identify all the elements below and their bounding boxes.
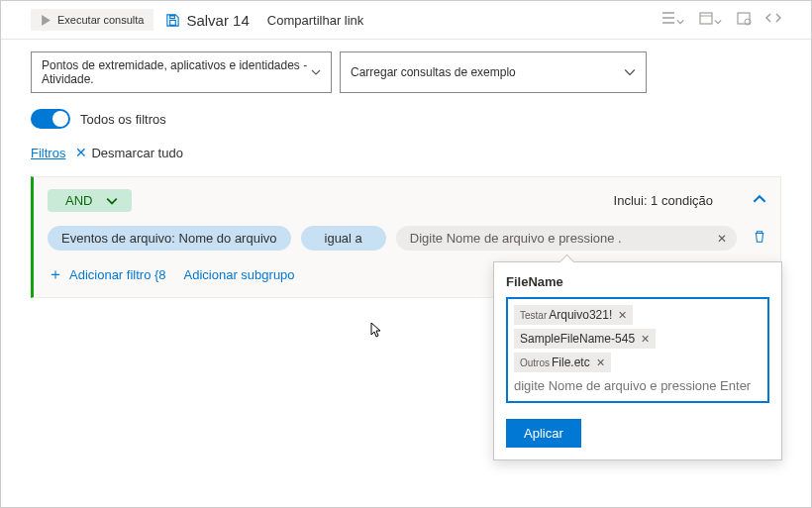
clear-all-button[interactable]: ✕ Desmarcar tudo (75, 145, 182, 160)
chevron-down-icon (106, 195, 118, 207)
chip[interactable]: OutrosFile.etc ✕ (514, 353, 611, 372)
scope-dropdown[interactable]: Pontos de extremidade, aplicativos e ide… (31, 51, 332, 93)
dropdown-row: Pontos de extremidade, aplicativos e ide… (1, 40, 811, 101)
chevron-down-icon (311, 66, 321, 78)
panel-header: AND Inclui: 1 condição (48, 189, 766, 212)
filter-actions-row: Filtros ✕ Desmarcar tudo (1, 135, 811, 168)
includes-summary: Inclui: 1 condição (614, 193, 713, 208)
collapse-button[interactable] (753, 192, 766, 210)
calendar-icon[interactable] (698, 10, 722, 30)
save-label: Salvar 14 (186, 12, 249, 29)
add-filter-label: Adicionar filtro {8 (69, 267, 166, 282)
list-view-icon[interactable] (660, 10, 684, 30)
all-filters-toggle[interactable] (31, 109, 70, 129)
filename-popup: FileName TestarArquivo321! ✕ SampleFileN… (493, 261, 782, 460)
mouse-cursor-icon (369, 322, 385, 338)
field-pill[interactable]: Eventos de arquivo: Nome do arquivo (48, 226, 291, 251)
chip-remove-icon[interactable]: ✕ (618, 309, 627, 322)
plus-icon: ＋ (48, 264, 63, 285)
delete-condition-button[interactable] (753, 230, 766, 248)
chip-remove-icon[interactable]: ✕ (641, 333, 650, 346)
field-label: Eventos de arquivo: Nome do arquivo (61, 231, 277, 246)
operator-value-label: igual a (325, 231, 362, 246)
operator-pill[interactable]: AND (48, 189, 132, 212)
close-icon: ✕ (75, 145, 87, 160)
save-button[interactable]: Salvar 14 (165, 12, 249, 29)
chip-input-box[interactable]: TestarArquivo321! ✕ SampleFileName-545 ✕… (506, 297, 769, 403)
value-label: Digite Nome de arquivo e pressione . (410, 231, 622, 246)
chevron-down-icon (624, 66, 636, 78)
chevron-up-icon (753, 192, 766, 206)
chip-remove-icon[interactable]: ✕ (596, 356, 605, 369)
operator-label: AND (65, 193, 92, 208)
toolbar: Executar consulta Salvar 14 Compartilhar… (1, 1, 811, 40)
save-icon (165, 13, 180, 28)
add-subgroup-button[interactable]: Adicionar subgrupo (184, 267, 295, 282)
play-icon (41, 15, 51, 26)
run-query-button[interactable]: Executar consulta (31, 9, 153, 31)
clear-all-label: Desmarcar tudo (91, 146, 182, 160)
run-label: Executar consulta (57, 14, 144, 26)
svg-rect-1 (738, 13, 750, 24)
code-icon[interactable] (765, 10, 781, 30)
filename-input[interactable] (512, 374, 763, 397)
all-filters-label: Todos os filtros (80, 112, 166, 127)
add-filter-button[interactable]: ＋ Adicionar filtro {8 (48, 264, 166, 285)
trash-icon (753, 230, 766, 244)
schedule-icon[interactable] (736, 10, 752, 30)
svg-rect-0 (700, 13, 712, 24)
popup-title: FileName (506, 274, 769, 289)
apply-button[interactable]: Aplicar (506, 419, 581, 448)
chip[interactable]: SampleFileName-545 ✕ (514, 329, 656, 349)
condition-row: Eventos de arquivo: Nome do arquivo igua… (48, 226, 766, 251)
filters-link[interactable]: Filtros (31, 146, 65, 160)
toolbar-right (660, 10, 781, 30)
sample-queries-dropdown[interactable]: Carregar consultas de exemplo (340, 51, 647, 93)
filters-toggle-row: Todos os filtros (1, 101, 811, 135)
operator-value-pill[interactable]: igual a (301, 226, 386, 251)
share-link[interactable]: Compartilhar link (267, 13, 364, 28)
scope-label: Pontos de extremidade, aplicativos e ide… (42, 58, 311, 86)
close-icon[interactable]: ✕ (717, 232, 727, 246)
value-pill[interactable]: Digite Nome de arquivo e pressione . ✕ (396, 226, 737, 251)
sample-label: Carregar consultas de exemplo (351, 65, 516, 79)
chip[interactable]: TestarArquivo321! ✕ (514, 305, 633, 325)
